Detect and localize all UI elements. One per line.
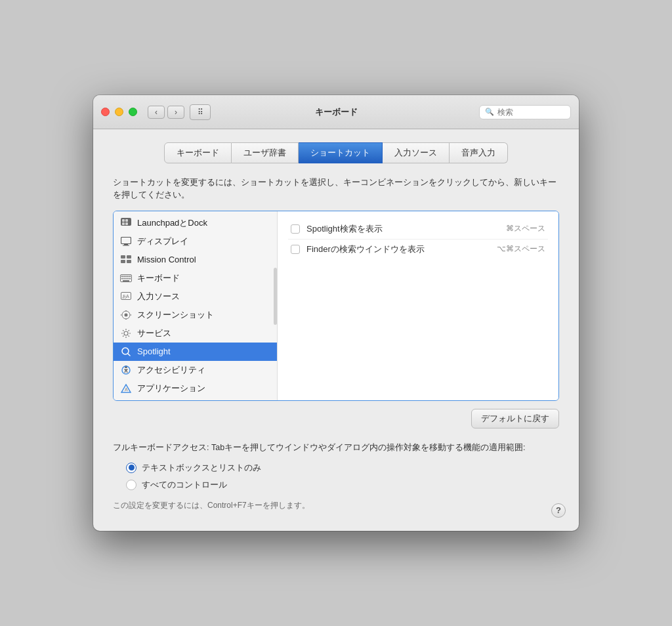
window-title: キーボード — [315, 106, 358, 118]
sidebar-item-screenshot[interactable]: スクリーンショット — [114, 306, 277, 324]
sidebar-item-input[interactable]: あA 入力ソース — [114, 287, 277, 306]
svg-text:A: A — [126, 294, 129, 299]
tab-voice-input[interactable]: 音声入力 — [450, 142, 508, 163]
svg-rect-2 — [125, 219, 128, 222]
svg-rect-18 — [121, 278, 123, 279]
hint-text: この設定を変更するには、Control+F7キーを押します。 — [113, 500, 559, 511]
svg-rect-5 — [121, 237, 131, 243]
svg-rect-6 — [124, 244, 128, 245]
search-input[interactable] — [497, 108, 565, 117]
content-area: キーボード ユーザ辞書 ショートカット 入力ソース 音声入力 ショートカットを変… — [93, 129, 579, 530]
tab-shortcuts[interactable]: ショートカット — [299, 142, 383, 163]
radio-text-list[interactable]: テキストボックスとリストのみ — [126, 462, 559, 474]
svg-text:A: A — [125, 387, 128, 392]
sidebar-item-mission[interactable]: Mission Control — [114, 251, 277, 269]
footer-row: デフォルトに戻す — [113, 409, 559, 428]
svg-rect-3 — [122, 222, 125, 225]
sidebar-item-launchpad[interactable]: LaunchpadとDock — [114, 214, 277, 232]
sidebar-item-display[interactable]: ディスプレイ — [114, 232, 277, 251]
svg-rect-13 — [121, 276, 123, 277]
full-keyboard-section: フルキーボードアクセス: Tabキーを押してウインドウやダイアログ内の操作対象を… — [113, 442, 559, 511]
shortcut-row-spotlight: Spotlight検索を表示 ⌘スペース — [288, 219, 548, 240]
radio-all-controls-circle — [126, 480, 136, 490]
sidebar-label-launchpad: LaunchpadとDock — [137, 217, 207, 229]
spotlight-search-key: ⌘スペース — [506, 223, 545, 234]
svg-rect-9 — [127, 255, 131, 259]
svg-rect-20 — [125, 278, 127, 279]
back-button[interactable]: ‹ — [148, 106, 165, 119]
svg-rect-15 — [125, 276, 127, 277]
minimize-button[interactable] — [115, 108, 123, 116]
main-window: ‹ › ⠿ キーボード 🔍 キーボード ユーザ辞書 ショートカット 入力ソース … — [93, 95, 579, 530]
svg-rect-19 — [123, 278, 125, 279]
radio-all-controls-label: すべてのコントロール — [142, 479, 227, 491]
mission-icon — [120, 254, 132, 266]
search-box[interactable]: 🔍 — [479, 105, 571, 119]
svg-rect-16 — [127, 276, 129, 277]
description-text: ショートカットを変更するには、ショートカットを選択し、キーコンビネーションをクリ… — [113, 177, 559, 201]
traffic-lights — [101, 108, 137, 116]
svg-rect-14 — [123, 276, 125, 277]
svg-rect-22 — [129, 278, 131, 279]
apps-icon: A — [120, 383, 132, 394]
sidebar-label-display: ディスプレイ — [137, 236, 188, 247]
input-source-icon: あA — [120, 291, 132, 303]
tab-bar: キーボード ユーザ辞書 ショートカット 入力ソース 音声入力 — [113, 142, 559, 163]
tab-user-dict[interactable]: ユーザ辞書 — [232, 142, 299, 163]
sidebar-item-apps[interactable]: A アプリケーション — [114, 379, 277, 398]
main-panel: LaunchpadとDock ディスプレイ Mission Control — [113, 211, 559, 401]
spotlight-search-checkbox[interactable] — [291, 224, 300, 234]
help-button[interactable]: ? — [551, 503, 566, 518]
tab-input-source[interactable]: 入力ソース — [383, 142, 450, 163]
shortcut-row-finder: Finderの検索ウインドウを表示 ⌥⌘スペース — [288, 240, 548, 259]
services-icon — [120, 327, 132, 339]
forward-button[interactable]: › — [167, 106, 184, 119]
tab-keyboard[interactable]: キーボード — [164, 142, 232, 163]
radio-all-controls[interactable]: すべてのコントロール — [126, 479, 559, 491]
svg-rect-23 — [123, 280, 129, 282]
sidebar-item-keyboard[interactable]: キーボード — [114, 269, 277, 287]
grid-button[interactable]: ⠿ — [190, 104, 211, 120]
sidebar-label-screenshot: スクリーンショット — [137, 309, 214, 321]
launchpad-icon — [120, 217, 132, 229]
full-keyboard-text: フルキーボードアクセス: Tabキーを押してウインドウやダイアログ内の操作対象を… — [113, 442, 559, 454]
sidebar-item-accessibility[interactable]: アクセシビリティ — [114, 361, 277, 379]
default-button[interactable]: デフォルトに戻す — [471, 409, 559, 428]
keyboard-icon — [120, 272, 132, 284]
svg-point-32 — [125, 313, 128, 316]
spotlight-search-label: Spotlight検索を表示 — [306, 223, 499, 235]
accessibility-icon — [120, 364, 132, 376]
svg-rect-17 — [129, 276, 131, 277]
svg-rect-21 — [127, 278, 129, 279]
sidebar-label-spotlight: Spotlight — [137, 346, 171, 356]
svg-point-33 — [124, 331, 128, 335]
titlebar: ‹ › ⠿ キーボード 🔍 — [93, 95, 579, 129]
svg-rect-11 — [127, 260, 131, 263]
sidebar-label-keyboard: キーボード — [137, 272, 180, 284]
sidebar-label-apps: アプリケーション — [137, 383, 205, 394]
spotlight-icon — [120, 346, 132, 358]
nav-buttons: ‹ › — [148, 106, 184, 119]
radio-text-list-circle — [126, 463, 136, 473]
svg-rect-1 — [122, 219, 125, 222]
radio-group: テキストボックスとリストのみ すべてのコントロール — [126, 462, 559, 491]
svg-rect-10 — [121, 260, 125, 263]
display-icon — [120, 236, 132, 247]
sidebar-label-input: 入力ソース — [137, 291, 180, 303]
finder-search-label: Finderの検索ウインドウを表示 — [306, 243, 490, 255]
sidebar-label-accessibility: アクセシビリティ — [137, 364, 205, 376]
finder-search-checkbox[interactable] — [291, 245, 300, 254]
finder-search-key: ⌥⌘スペース — [497, 243, 545, 255]
svg-line-35 — [128, 354, 130, 356]
svg-line-40 — [126, 369, 127, 373]
sidebar-item-spotlight[interactable]: Spotlight — [114, 343, 277, 361]
sidebar-scrollbar — [274, 268, 277, 324]
search-icon: 🔍 — [485, 108, 494, 116]
svg-rect-7 — [123, 245, 129, 245]
close-button[interactable] — [101, 108, 110, 116]
svg-rect-4 — [125, 222, 128, 225]
sidebar-label-services: サービス — [137, 327, 171, 339]
sidebar-item-services[interactable]: サービス — [114, 324, 277, 343]
sidebar-label-mission: Mission Control — [137, 255, 196, 264]
maximize-button[interactable] — [129, 108, 137, 116]
